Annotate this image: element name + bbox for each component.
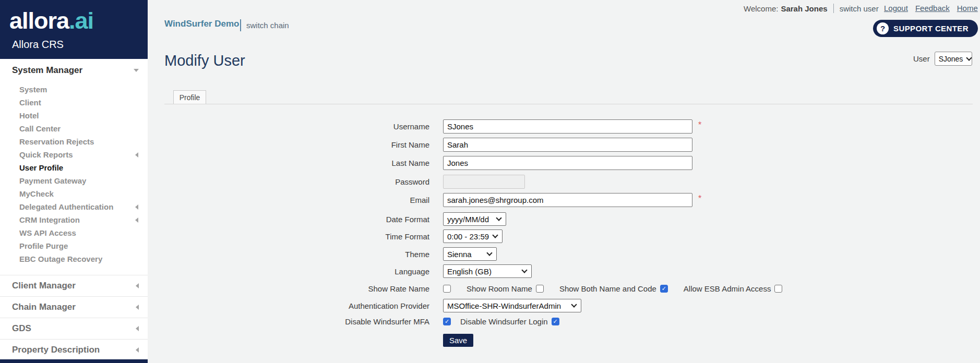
date-format-select[interactable]: yyyy/MM/dd [443,212,506,226]
chevron-left-icon [135,152,138,158]
username-input[interactable] [443,119,692,134]
sidebar-item-label: Client [19,98,41,107]
tab-profile[interactable]: Profile [173,90,206,104]
sidebar-item-profile-purge[interactable]: Profile Purge [0,239,148,252]
sidebar-item-payment-gateway[interactable]: Payment Gateway [0,174,148,187]
sidebar-item-label: Call Center [19,124,61,133]
select-value: yyyy/MM/dd [447,215,489,224]
user-picker-label: User [913,54,930,63]
field-label: Email [164,196,429,204]
last-name-input[interactable] [443,156,692,170]
first-name-input[interactable] [443,138,692,152]
field-label: Time Format [164,232,429,241]
form-row-language: LanguageEnglish (GB) [164,264,532,278]
checkbox-allow-esb-admin-access[interactable] [774,285,782,293]
field-label: First Name [164,140,429,149]
select-value: MSOffice-SHR-WindsurferAdmin [447,301,561,310]
sidebar-item-crm-integration[interactable]: CRM Integration [0,213,148,226]
sidebar-section-label: Client Manager [12,281,76,291]
sidebar-section-property-description[interactable]: Property Description [0,339,148,360]
top-link-logout[interactable]: Logout [884,4,908,13]
sidebar-item-label: Hotel [19,111,39,120]
field-label: Password [164,177,429,186]
form-row-username: Username* [164,119,701,134]
sidebar-section-chain-manager[interactable]: Chain Manager [0,296,148,318]
page-title: Modify User [164,52,245,69]
email-input[interactable] [443,193,692,207]
form-row-last-name: Last Name [164,156,692,170]
form-row-date-format: Date Formatyyyy/MM/dd [164,212,506,226]
top-links: LogoutFeedbackHome [884,4,978,13]
required-asterisk: * [698,194,701,203]
checkbox-label-show-both-name-and-code: Show Both Name and Code [559,284,656,293]
select-value: 0:00 - 23:59 [447,232,489,241]
checkbox-disable-windsurfer-login[interactable]: ✓ [552,318,559,325]
sidebar-bottom-strip [0,359,148,363]
sidebar-item-reservation-rejects[interactable]: Reservation Rejects [0,135,148,148]
sidebar-item-mycheck[interactable]: MyCheck [0,187,148,200]
sidebar-sub-items: SystemClientHotelCall CenterReservation … [0,83,148,265]
checkbox-show-room-name[interactable] [536,285,544,293]
sidebar-item-label: EBC Outage Recovery [19,255,102,263]
chain-name: WindSurfer Demo [164,19,239,29]
select-value: English (GB) [447,267,492,276]
logo-suffix: .ai [69,7,93,34]
sidebar-item-quick-reports[interactable]: Quick Reports [0,148,148,161]
language-select[interactable]: English (GB) [443,264,532,278]
chevron-down-icon [134,69,139,72]
password-input[interactable] [443,175,525,189]
sidebar-section-client-manager[interactable]: Client Manager [0,275,148,296]
chevron-down-icon [571,301,577,307]
sidebar-item-client[interactable]: Client [0,96,148,109]
switch-user-link[interactable]: switch user [840,4,879,13]
sidebar-item-label: User Profile [19,163,63,172]
topbar-divider [833,4,834,13]
sidebar-item-user-profile[interactable]: User Profile [0,161,148,174]
sidebar-section-label: GDS [12,323,31,334]
theme-select[interactable]: Sienna [443,247,497,261]
chevron-left-icon [135,204,138,210]
sidebar: System ManagerSystemClientHotelCall Cent… [0,59,148,360]
logo-main: allora [9,7,69,34]
sidebar-item-system[interactable]: System [0,83,148,96]
sidebar-item-delegated-authentication[interactable]: Delegated Authentication [0,200,148,213]
top-link-home[interactable]: Home [957,4,978,13]
sidebar-section-gds[interactable]: GDS [0,318,148,339]
time-format-select[interactable]: 0:00 - 23:59 [443,229,503,243]
save-button[interactable]: Save [443,334,473,347]
sidebar-item-ebc-outage-recovery[interactable]: EBC Outage Recovery [0,252,148,265]
checkbox-disable-windsurfer-mfa[interactable]: ✓ [443,318,451,325]
sidebar-sections: Client ManagerChain ManagerGDSProperty D… [0,275,148,360]
sidebar-item-label: Quick Reports [19,150,73,159]
user-select[interactable]: SJones [935,52,972,66]
switch-chain-link[interactable]: switch chain [246,21,289,30]
top-link-feedback[interactable]: Feedback [915,4,950,13]
checkbox-show-both-name-and-code[interactable]: ✓ [660,285,668,293]
sidebar-item-system-manager[interactable]: System Manager [0,59,148,82]
form-row-authentication-provider: Authentication ProviderMSOffice-SHR-Wind… [164,299,581,312]
sidebar-item-call-center[interactable]: Call Center [0,122,148,135]
support-center-label: SUPPORT CENTER [893,24,969,33]
welcome-bar: Welcome: Sarah Jones switch user [744,4,879,13]
support-center-button[interactable]: ? SUPPORT CENTER [873,20,978,37]
authentication-provider-select[interactable]: MSOffice-SHR-WindsurferAdmin [443,299,581,312]
field-label: Username [164,122,429,131]
form-row-password: Password [164,175,525,189]
field-label: Show Rate Name [164,284,429,293]
checkbox-group: ✓Disable Windsurfer Login✓ [443,317,559,326]
sidebar-item-hotel[interactable]: Hotel [0,109,148,122]
sidebar-item-ws-api-access[interactable]: WS API Access [0,226,148,239]
checkbox-show-rate-name[interactable] [443,285,451,293]
form-row-theme: ThemeSienna [164,247,497,261]
required-asterisk: * [698,120,701,130]
brand-block: allora.ai Allora CRS [0,0,148,59]
field-label: Disable Windsurfer MFA [164,317,429,326]
field-label: Theme [164,250,429,259]
welcome-text: Welcome: [744,4,778,13]
modify-user-page: Welcome: Sarah Jones switch user LogoutF… [0,0,980,363]
form-row-first-name: First Name [164,138,692,152]
sidebar-item-label: Delegated Authentication [19,202,113,211]
chevron-down-icon [492,232,498,238]
sidebar-item-label: Profile Purge [19,241,68,250]
chevron-down-icon [496,215,501,221]
